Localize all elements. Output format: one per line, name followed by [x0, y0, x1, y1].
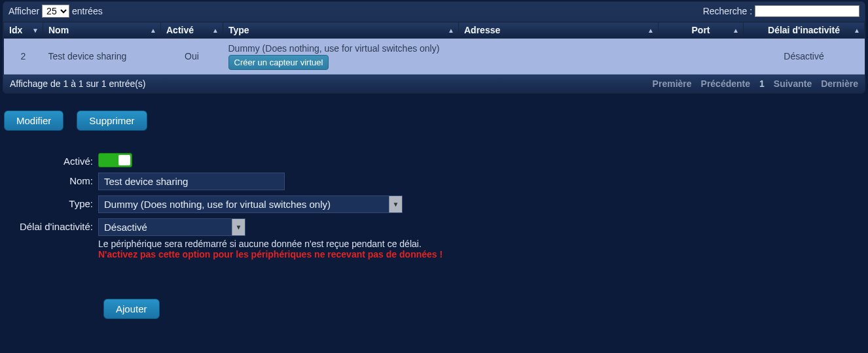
- cell-adresse: [459, 39, 659, 75]
- cell-port: [659, 39, 744, 75]
- delai-label: Délai d'inactivité:: [0, 218, 98, 232]
- edit-form: Activé: Nom: Type: Dummy (Does nothing, …: [0, 153, 868, 319]
- pager-first[interactable]: Première: [653, 78, 692, 89]
- add-button[interactable]: Ajouter: [103, 299, 160, 319]
- create-virtual-sensor-button[interactable]: Créer un capteur virtuel: [228, 55, 329, 71]
- type-select[interactable]: Dummy (Does nothing, use for virtual swi…: [98, 195, 403, 213]
- cell-active: Oui: [161, 39, 223, 75]
- sort-icon: ▲: [854, 27, 860, 34]
- toggle-knob: [118, 155, 130, 165]
- search-box: Recherche :: [703, 5, 859, 17]
- length-prefix: Afficher: [9, 6, 39, 16]
- nom-input[interactable]: [98, 173, 285, 190]
- search-input[interactable]: [755, 5, 859, 17]
- pager-last[interactable]: Dernière: [821, 78, 858, 89]
- row-actions: Modifier Supprimer: [4, 110, 868, 131]
- devices-table: Idx ▼ Nom ▲ Activé ▲ Type ▲ Adresse ▲: [3, 22, 865, 75]
- active-label: Activé:: [0, 153, 98, 167]
- table-footer: Affichage de 1 à 1 sur 1 entrée(s) Premi…: [3, 75, 865, 93]
- search-label: Recherche :: [703, 6, 752, 16]
- modify-button[interactable]: Modifier: [4, 110, 63, 131]
- pager: Première Précédente 1 Suivante Dernière: [653, 78, 858, 89]
- table-panel: Afficher 25 entrées Recherche : Idx ▼: [3, 1, 865, 93]
- type-label: Type:: [0, 195, 98, 209]
- pager-page-1[interactable]: 1: [759, 78, 765, 89]
- col-type[interactable]: Type ▲: [223, 22, 459, 39]
- col-delai[interactable]: Délai d'inactivité ▲: [744, 22, 865, 39]
- col-idx[interactable]: Idx ▼: [4, 22, 43, 39]
- sort-desc-icon: ▼: [32, 27, 39, 34]
- delai-hint: Le périphérique sera redémarré si aucune…: [98, 239, 443, 249]
- active-toggle[interactable]: [98, 153, 132, 167]
- length-suffix: entrées: [72, 6, 103, 16]
- pager-prev[interactable]: Précédente: [701, 78, 750, 89]
- sort-icon: ▲: [647, 27, 654, 34]
- cell-delai: Désactivé: [744, 39, 865, 75]
- page-length: Afficher 25 entrées: [9, 5, 103, 18]
- col-active[interactable]: Activé ▲: [161, 22, 223, 39]
- sort-icon: ▲: [732, 27, 739, 34]
- cell-type: Dummy (Does nothing, use for virtual swi…: [223, 39, 459, 75]
- delai-warning: N'activez pas cette option pour les péri…: [98, 249, 443, 260]
- nom-label: Nom:: [0, 173, 98, 186]
- col-adresse[interactable]: Adresse ▲: [459, 22, 659, 39]
- cell-idx: 2: [4, 39, 43, 75]
- pager-next[interactable]: Suivante: [774, 78, 812, 89]
- sort-icon: ▲: [212, 27, 219, 34]
- cell-nom: Test device sharing: [43, 39, 161, 75]
- col-nom[interactable]: Nom ▲: [43, 22, 161, 39]
- delete-button[interactable]: Supprimer: [77, 110, 147, 131]
- table-info: Affichage de 1 à 1 sur 1 entrée(s): [10, 78, 146, 89]
- sort-icon: ▲: [150, 27, 156, 34]
- col-port[interactable]: Port ▲: [659, 22, 744, 39]
- page-length-select[interactable]: 25: [42, 5, 69, 18]
- delai-select[interactable]: Désactivé: [98, 218, 245, 236]
- table-row[interactable]: 2 Test device sharing Oui Dummy (Does no…: [4, 39, 865, 75]
- sort-icon: ▲: [448, 27, 454, 34]
